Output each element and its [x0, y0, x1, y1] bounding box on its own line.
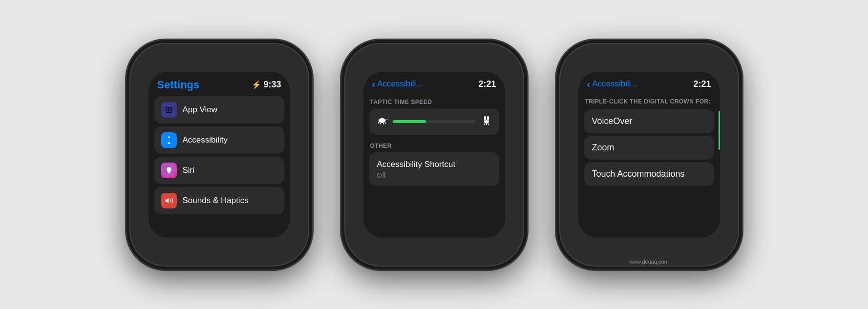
svg-line-15 — [488, 124, 489, 125]
watch3-list: VoiceOver Zoom Touch Accommodations — [578, 109, 720, 237]
menu-item-appview[interactable]: ⊞ App View — [154, 96, 284, 124]
svg-line-6 — [380, 123, 381, 124]
screen-2: ‹ Accessibili... 2:21 TAPTIC TIME SPEED — [363, 72, 505, 238]
menu-item-sounds[interactable]: Sounds & Haptics — [154, 187, 284, 214]
svg-point-0 — [168, 136, 170, 138]
accessibility-label: Accessibility — [183, 135, 228, 145]
screen-1: Settings ⚡ 9:33 ⊞ App View Accessibility — [148, 72, 290, 238]
rabbit-icon — [481, 114, 492, 129]
watermark: www.deuaq.com — [559, 259, 739, 265]
screen-3: ‹ Accessibili... 2:21 TRIPLE-CLICK THE D… — [578, 72, 720, 238]
accessibility-icon — [161, 132, 177, 148]
watch3-header: ‹ Accessibili... 2:21 — [578, 72, 720, 95]
svg-line-7 — [383, 123, 384, 124]
shortcut-item[interactable]: Accessibility Shortcut Off — [369, 152, 499, 186]
watch3-time: 2:21 — [693, 79, 711, 89]
speed-slider-fill — [393, 120, 426, 123]
speed-slider-row — [369, 108, 499, 135]
shortcut-sub: Off — [377, 171, 491, 179]
svg-point-12 — [485, 120, 486, 121]
sounds-label: Sounds & Haptics — [183, 196, 249, 206]
zoom-label: Zoom — [592, 143, 614, 152]
back-chevron-icon-3: ‹ — [587, 79, 591, 90]
voiceover-label: VoiceOver — [592, 116, 633, 126]
siri-label: Siri — [183, 165, 195, 175]
watch2-time: 2:21 — [478, 79, 496, 89]
triple-item-voiceover[interactable]: VoiceOver — [584, 109, 714, 133]
turtle-icon — [376, 114, 388, 129]
speed-slider-track[interactable] — [393, 120, 476, 123]
triple-item-touch-accommodations[interactable]: Touch Accommodations — [584, 162, 714, 186]
watch1-clock: 9:33 — [263, 80, 281, 90]
shortcut-title: Accessibility Shortcut — [377, 159, 491, 170]
back-chevron-icon: ‹ — [372, 79, 376, 90]
watch2-back[interactable]: ‹ Accessibili... — [372, 79, 423, 90]
watch2-header: ‹ Accessibili... 2:21 — [363, 72, 505, 95]
watch-2: ‹ Accessibili... 2:21 TAPTIC TIME SPEED — [341, 40, 527, 269]
svg-line-14 — [484, 124, 485, 125]
watch-1: Settings ⚡ 9:33 ⊞ App View Accessibility — [127, 40, 312, 269]
svg-line-8 — [385, 120, 387, 120]
svg-line-4 — [378, 122, 379, 124]
watch1-header: Settings ⚡ 9:33 — [148, 72, 290, 96]
watch2-section2: OTHER — [363, 140, 505, 152]
watch1-title: Settings — [157, 79, 200, 91]
svg-point-13 — [487, 120, 488, 121]
menu-item-siri[interactable]: Siri — [154, 157, 284, 184]
digital-crown-indicator — [719, 111, 720, 150]
svg-point-3 — [381, 118, 383, 121]
svg-marker-1 — [165, 198, 169, 203]
watch2-section1: TAPTIC TIME SPEED — [363, 95, 505, 108]
triple-item-zoom[interactable]: Zoom — [584, 136, 714, 160]
watch3-back-label: Accessibili... — [592, 79, 638, 89]
sounds-icon — [161, 193, 177, 208]
watch1-time: ⚡ 9:33 — [252, 80, 281, 90]
svg-line-5 — [385, 122, 386, 124]
appview-label: App View — [183, 105, 218, 115]
watch3-back[interactable]: ‹ Accessibili... — [587, 79, 638, 90]
battery-icon: ⚡ — [252, 80, 261, 89]
watch2-back-label: Accessibili... — [377, 79, 423, 89]
watch1-menu: ⊞ App View Accessibility Siri — [148, 96, 290, 214]
menu-item-accessibility[interactable]: Accessibility — [154, 126, 284, 154]
appview-icon: ⊞ — [161, 102, 177, 118]
watch-3: ‹ Accessibili... 2:21 TRIPLE-CLICK THE D… — [556, 40, 742, 269]
siri-icon — [161, 163, 177, 178]
touch-accommodations-label: Touch Accommodations — [592, 169, 685, 179]
watch3-section-desc: TRIPLE-CLICK THE DIGITAL CROWN FOR: — [578, 95, 720, 110]
